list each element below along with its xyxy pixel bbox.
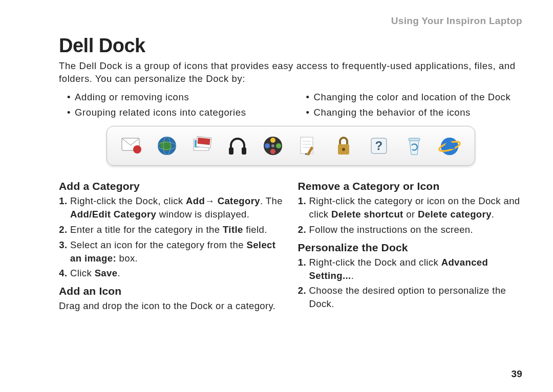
page-title: Dell Dock	[59, 35, 522, 57]
personalize-heading: Personalize the Dock	[298, 242, 523, 254]
step: Choose the desired option to personalize…	[309, 284, 523, 311]
svg-point-14	[270, 149, 275, 154]
photos-icon	[188, 132, 216, 160]
svg-point-15	[265, 143, 270, 148]
add-category-heading: Add a Category	[59, 180, 284, 192]
step: Click Save.	[70, 267, 284, 280]
bullet-item: Adding or removing icons	[67, 90, 284, 105]
headphones-icon	[224, 132, 251, 160]
mail-icon	[118, 132, 145, 160]
bullet-item: Grouping related icons into categories	[67, 105, 284, 121]
svg-rect-9	[229, 147, 233, 155]
svg-rect-10	[242, 147, 246, 155]
bullets-right: Changing the color and location of the D…	[298, 90, 523, 121]
recycle-icon	[400, 132, 428, 160]
remove-steps: Right-click the category or icon on the …	[298, 194, 523, 236]
personalize-steps: Right-click the Dock and click Advanced …	[298, 256, 523, 311]
bullet-item: Changing the behavior of the icons	[306, 105, 523, 121]
instructions-row: Add a Category Right-click the Dock, cli…	[59, 175, 522, 313]
lock-icon	[330, 132, 357, 160]
add-icon-body: Drag and drop the icon to the Dock or a …	[59, 299, 284, 313]
page-number: 39	[511, 368, 522, 380]
step: Select an icon for the category from the…	[70, 238, 284, 265]
svg-text:?: ?	[375, 139, 383, 153]
page-header: Using Your Inspiron Laptop	[59, 15, 522, 27]
dock-bar: ?	[107, 126, 475, 166]
svg-point-24	[342, 148, 345, 151]
step: Right-click the Dock, click Add→ Categor…	[70, 194, 284, 221]
bullet-item: Changing the color and location of the D…	[306, 90, 523, 105]
svg-point-16	[271, 144, 274, 147]
bullets-row: Adding or removing icons Grouping relate…	[59, 90, 522, 121]
ie-icon	[436, 132, 463, 160]
bullets-left: Adding or removing icons Grouping relate…	[59, 90, 284, 121]
add-icon-heading: Add an Icon	[59, 285, 284, 297]
svg-rect-27	[409, 138, 420, 141]
help-icon: ?	[365, 132, 393, 160]
svg-rect-8	[198, 138, 210, 145]
globe-icon	[153, 132, 181, 160]
remove-heading: Remove a Category or Icon	[298, 180, 523, 192]
step: Enter a title for the category in the Ti…	[70, 223, 284, 236]
movie-icon	[259, 132, 287, 160]
svg-point-1	[133, 145, 141, 154]
step: Right-click the category or icon on the …	[309, 194, 523, 221]
left-column: Add a Category Right-click the Dock, cli…	[59, 175, 284, 313]
intro-paragraph: The Dell Dock is a group of icons that p…	[59, 60, 522, 85]
step: Right-click the Dock and click Advanced …	[309, 256, 523, 282]
svg-point-12	[270, 138, 275, 143]
svg-point-13	[276, 143, 281, 148]
step: Follow the instructions on the screen.	[309, 223, 523, 236]
right-column: Remove a Category or Icon Right-click th…	[298, 175, 523, 313]
add-category-steps: Right-click the Dock, click Add→ Categor…	[59, 194, 284, 280]
notes-icon	[294, 132, 322, 160]
